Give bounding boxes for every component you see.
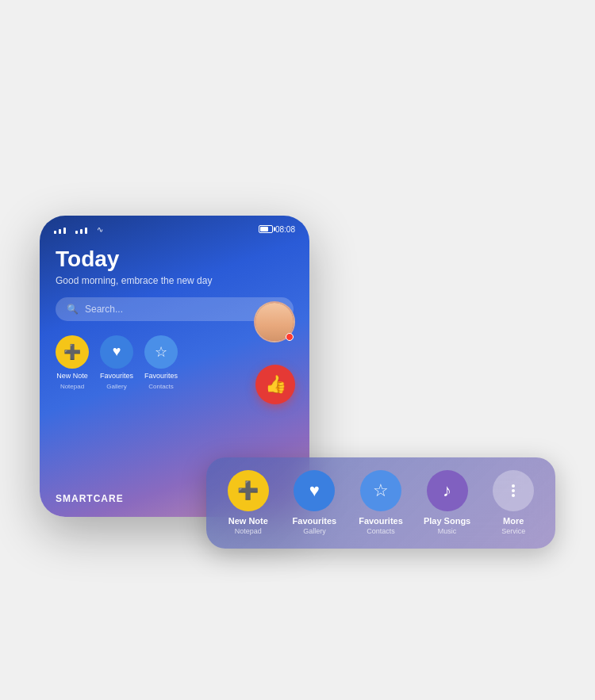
signal-bar-3 [63, 228, 66, 234]
favourites-contacts-sublabel: Contacts [367, 527, 395, 535]
thumbs-up-badge: 👍 [255, 365, 295, 404]
mini-gallery-sublabel: Gallery [106, 383, 126, 390]
page-title: Today [56, 247, 294, 272]
heart-icon: ♥ [309, 480, 320, 501]
wifi-icon: ∿ [97, 225, 103, 234]
more-icon [493, 470, 534, 511]
drawer-item-play-songs[interactable]: ♪ Play Songs Music [416, 470, 478, 535]
play-songs-sublabel: Music [438, 527, 457, 535]
avatar-container [254, 301, 295, 342]
play-songs-label: Play Songs [424, 516, 470, 526]
battery-fill [260, 227, 268, 231]
mini-app-new-note[interactable]: ➕ New Note Notepad [56, 335, 89, 390]
mini-contacts-label: Favourites [144, 372, 178, 380]
favourites-gallery-icon: ♥ [294, 470, 335, 511]
favourites-contacts-label: Favourites [359, 516, 403, 526]
mini-new-note-sublabel: Notepad [60, 383, 84, 390]
signal-bar-2 [59, 229, 61, 234]
new-note-icon: ➕ [228, 470, 269, 511]
favourites-contacts-icon: ☆ [360, 470, 401, 511]
battery-status: 08:08 [259, 225, 295, 234]
search-icon: 🔍 [67, 304, 79, 315]
drawer-item-favourites-contacts[interactable]: ☆ Favourites Contacts [350, 470, 412, 535]
new-note-sublabel: Notepad [235, 527, 262, 535]
signal-bar-6 [85, 228, 87, 234]
new-note-label: New Note [228, 516, 268, 526]
online-indicator [286, 333, 294, 341]
time-display: 08:08 [275, 225, 295, 234]
signal-icons: ∿ [54, 225, 103, 234]
app-drawer: ➕ New Note Notepad ♥ Favourites Gallery … [206, 457, 555, 549]
dot-2 [512, 489, 515, 492]
brand-label: SMARTCARE [56, 493, 124, 504]
drawer-item-more[interactable]: More Service [482, 470, 544, 535]
music-icon: ♪ [443, 480, 451, 501]
mini-app-favourites-contacts[interactable]: ☆ Favourites Contacts [144, 335, 178, 390]
ellipsis-icon [512, 484, 515, 497]
mini-new-note-icon: ➕ [56, 335, 89, 369]
favourites-gallery-sublabel: Gallery [303, 527, 326, 535]
scene: ∿ 08:08 Today Good morning, embrace the … [40, 152, 555, 549]
mini-gallery-label: Favourites [100, 372, 133, 380]
mini-contacts-sublabel: Contacts [148, 383, 174, 390]
dot-3 [512, 494, 515, 497]
signal-bar-4 [75, 231, 78, 234]
more-label: More [503, 516, 524, 526]
mini-contacts-icon: ☆ [144, 335, 178, 369]
thumbs-up-icon: 👍 [265, 374, 286, 395]
play-songs-icon: ♪ [427, 470, 468, 511]
signal-bar-1 [54, 231, 56, 234]
signal-bar-5 [80, 229, 83, 234]
mini-new-note-label: New Note [56, 372, 88, 380]
more-sublabel: Service [501, 527, 525, 535]
star-icon: ☆ [373, 480, 389, 501]
dot-1 [512, 484, 515, 488]
favourites-gallery-label: Favourites [293, 516, 337, 526]
drawer-item-new-note[interactable]: ➕ New Note Notepad [217, 470, 279, 535]
search-placeholder: Search... [85, 304, 123, 315]
plus-icon: ➕ [237, 480, 259, 501]
drawer-item-favourites-gallery[interactable]: ♥ Favourites Gallery [284, 470, 346, 535]
mini-gallery-icon: ♥ [100, 335, 133, 369]
greeting-subtitle: Good morning, embrace the new day [56, 275, 294, 286]
mini-app-favourites-gallery[interactable]: ♥ Favourites Gallery [100, 335, 133, 390]
battery-icon [259, 225, 273, 233]
status-bar: ∿ 08:08 [40, 216, 309, 239]
